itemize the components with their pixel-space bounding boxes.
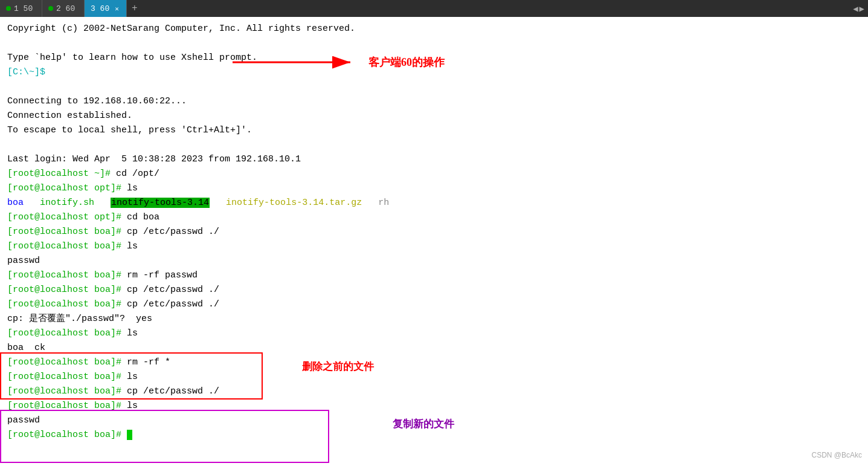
ls-opt-output: boa inotify.sh inotify-tools-3.14 inotif…	[7, 196, 861, 210]
cmd-ls-boa-1: [root@localhost boa]# ls	[7, 239, 861, 254]
tab-bar: 1 50 2 60 3 60 ✕ + ◀ ▶	[0, 0, 868, 17]
connecting-line: Connecting to 192.168.10.60:22...	[7, 94, 861, 109]
cmd-cp-new: [root@localhost boa]# cp /etc/passwd ./	[7, 384, 861, 399]
blank-3	[7, 138, 861, 152]
cmd-ls-opt: [root@localhost opt]# ls	[7, 181, 861, 196]
arrow-annotation: 客户端60的操作	[230, 50, 445, 74]
cmd-rm-all: [root@localhost boa]# rm -rf *	[7, 355, 861, 370]
cmd-cp-passwd-1: [root@localhost boa]# cp /etc/passwd ./	[7, 225, 861, 239]
tab-1-label: 1 50	[14, 4, 33, 13]
csdn-watermark: CSDN @BcAkc	[811, 450, 862, 461]
cmd-ls-before-delete: [root@localhost boa]# ls	[7, 326, 861, 341]
cmd-ls-after-rm: [root@localhost boa]# ls	[7, 370, 861, 384]
arrow-icon	[230, 50, 362, 74]
tab-2-dot	[48, 6, 53, 11]
copyright-line: Copyright (c) 2002-NetSarang Computer, I…	[7, 22, 861, 36]
blank-1	[7, 36, 861, 51]
tab-nav-right-icon[interactable]: ▶	[860, 4, 864, 14]
tab-1-dot	[6, 6, 11, 11]
copy-new-label: 复制新的文件	[393, 416, 454, 432]
cmd-ls-after-cp: [root@localhost boa]# ls	[7, 399, 861, 413]
tab-nav-arrows: ◀ ▶	[853, 4, 868, 14]
tab-2-label: 2 60	[56, 4, 75, 13]
arrow-label: 客户端60的操作	[368, 54, 445, 71]
established-line: Connection established.	[7, 109, 861, 123]
tab-3[interactable]: 3 60 ✕	[85, 0, 127, 17]
tab-1[interactable]: 1 50	[0, 0, 42, 17]
cmd-cp-passwd-2: [root@localhost boa]# cp /etc/passwd ./	[7, 283, 861, 297]
delete-before-label: 删除之前的文件	[302, 358, 374, 375]
overwrite-prompt: cp: 是否覆盖"./passwd"? yes	[7, 312, 861, 326]
tab-2[interactable]: 2 60	[42, 0, 85, 17]
terminal-cursor	[127, 430, 132, 440]
tab-3-close[interactable]: ✕	[115, 5, 119, 13]
ls-passwd-output: passwd	[7, 254, 861, 268]
terminal-body: Copyright (c) 2002-NetSarang Computer, I…	[0, 17, 868, 466]
cmd-cd-opt: [root@localhost ~]# cd /opt/	[7, 167, 861, 181]
tab-add-button[interactable]: +	[127, 0, 143, 17]
cmd-rm-passwd: [root@localhost boa]# rm -rf passwd	[7, 268, 861, 283]
ls-boa-ck-output: boa ck	[7, 341, 861, 355]
last-login-line: Last login: Wed Apr 5 10:38:28 2023 from…	[7, 152, 861, 167]
cmd-cd-boa: [root@localhost opt]# cd boa	[7, 210, 861, 225]
escape-line: To escape to local shell, press 'Ctrl+Al…	[7, 123, 861, 138]
blank-2	[7, 80, 861, 94]
tab-3-label: 3 60	[91, 4, 109, 13]
tab-nav-left-icon[interactable]: ◀	[853, 4, 858, 14]
cmd-cp-passwd-3: [root@localhost boa]# cp /etc/passwd ./	[7, 297, 861, 312]
